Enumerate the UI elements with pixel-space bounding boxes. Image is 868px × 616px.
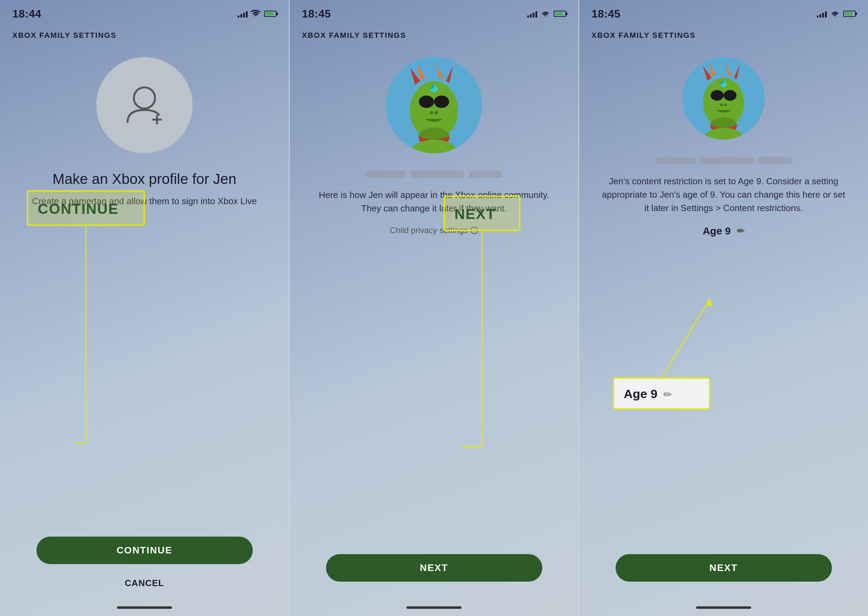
wifi-icon-3 xyxy=(830,9,840,19)
svg-point-35 xyxy=(720,104,723,107)
app-title-3: XBOX FAMILY SETTINGS xyxy=(591,31,696,39)
status-bar-1: 18:44 xyxy=(0,0,289,24)
continue-button-1[interactable]: CONTINUE xyxy=(36,537,253,564)
avatar-character-2 xyxy=(386,57,482,153)
edit-icon-3[interactable]: ✏ xyxy=(737,226,745,237)
gamertag-blur-3 xyxy=(655,157,793,164)
person-plus-icon xyxy=(120,81,168,129)
age-label-3: Age 9 xyxy=(703,225,731,237)
status-time-2: 18:45 xyxy=(302,8,331,20)
screen-description-3: Jen's content restriction is set to Age … xyxy=(596,174,851,215)
svg-point-15 xyxy=(419,96,434,108)
wifi-icon-2 xyxy=(541,9,550,19)
status-time-3: 18:45 xyxy=(591,8,620,20)
avatar-placeholder-1 xyxy=(96,57,193,153)
svg-point-0 xyxy=(134,87,155,108)
app-title-1: XBOX FAMILY SETTINGS xyxy=(13,31,116,39)
cancel-button-1[interactable]: CANCEL xyxy=(121,574,167,592)
next-button-2[interactable]: NEXT xyxy=(326,554,542,581)
app-title-2: XBOX FAMILY SETTINGS xyxy=(302,31,406,39)
screen-description-2: Here is how Jen will appear in the Xbox … xyxy=(307,189,561,215)
battery-icon-1 xyxy=(264,11,277,17)
svg-point-33 xyxy=(711,90,723,101)
svg-point-17 xyxy=(430,111,433,115)
screen-2: 18:45 XBOX FAMILY SETTINGS xyxy=(289,0,579,616)
content-area-2: Here is how Jen will appear in the Xbox … xyxy=(289,43,579,602)
svg-point-18 xyxy=(435,111,438,115)
alien-svg-2 xyxy=(386,57,482,153)
status-bar-2: 18:45 xyxy=(289,0,579,24)
content-area-3: Jen's content restriction is set to Age … xyxy=(579,43,868,602)
signal-icon-3 xyxy=(817,10,827,17)
screen-subtitle-1: Create a gamertag and allow them to sign… xyxy=(32,195,256,208)
app-header-2: XBOX FAMILY SETTINGS xyxy=(289,24,579,43)
svg-point-16 xyxy=(434,96,449,108)
home-bar-2 xyxy=(406,607,462,609)
alien-svg-3 xyxy=(682,57,765,140)
content-area-1: Make an Xbox profile for Jen Create a ga… xyxy=(0,43,289,602)
app-header-3: XBOX FAMILY SETTINGS xyxy=(579,24,868,43)
status-icons-1 xyxy=(237,9,277,19)
privacy-link-2[interactable]: Child privacy settings i xyxy=(390,225,478,235)
signal-icon-1 xyxy=(237,10,248,17)
next-button-3[interactable]: NEXT xyxy=(616,554,832,581)
home-bar-3 xyxy=(696,607,751,609)
screen-1: 18:44 XBOX FAMILY SETTINGS xyxy=(0,0,289,616)
battery-icon-2 xyxy=(554,11,566,17)
status-icons-3 xyxy=(817,9,855,19)
battery-icon-3 xyxy=(843,11,855,17)
privacy-text-2: Child privacy settings xyxy=(390,225,468,235)
avatar-character-3 xyxy=(682,57,765,140)
status-icons-2 xyxy=(527,9,566,19)
status-time-1: 18:44 xyxy=(13,8,41,20)
screen-3: 18:45 XBOX FAMILY SETTINGS xyxy=(579,0,868,616)
age-setting-3: Age 9 ✏ xyxy=(703,225,745,237)
gamertag-blur-2 xyxy=(365,171,503,178)
svg-point-34 xyxy=(723,90,737,101)
app-header-1: XBOX FAMILY SETTINGS xyxy=(0,24,289,43)
home-indicator-1 xyxy=(0,602,289,616)
status-bar-3: 18:45 xyxy=(579,0,868,24)
wifi-icon-1 xyxy=(251,9,261,19)
screen-title-1: Make an Xbox profile for Jen xyxy=(53,171,237,188)
home-indicator-2 xyxy=(289,602,579,616)
info-icon-2: i xyxy=(470,226,478,234)
signal-icon-2 xyxy=(527,10,537,17)
home-bar-1 xyxy=(117,607,172,609)
svg-point-36 xyxy=(724,104,727,107)
home-indicator-3 xyxy=(579,602,868,616)
